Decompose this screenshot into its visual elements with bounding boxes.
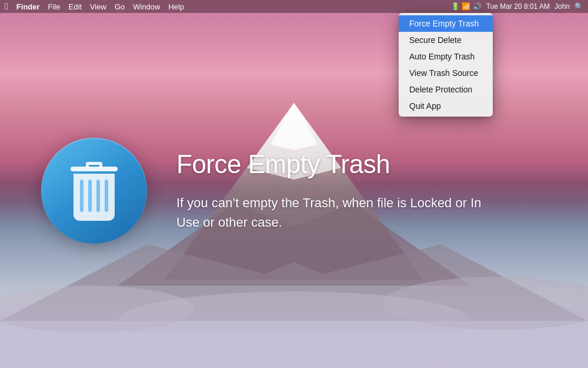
go-menu[interactable]: Go [115, 2, 125, 11]
app-text: Force Empty Trash If you can’t empty the… [176, 150, 564, 232]
menubar-left:  Finder File Edit View Go Window Help [5, 1, 184, 12]
app-title: Force Empty Trash [176, 150, 564, 179]
app-icon [41, 138, 147, 244]
window-menu[interactable]: Window [133, 2, 160, 11]
trash-line-3 [96, 180, 100, 212]
dropdown-menu: Force Empty Trash Secure Delete Auto Emp… [399, 13, 493, 117]
trash-line-2 [88, 180, 92, 212]
trash-icon [71, 161, 118, 221]
apple-menu[interactable]:  [5, 1, 8, 12]
menu-item-delete-protection[interactable]: Delete Protection [399, 81, 493, 98]
menu-item-auto-empty-trash[interactable]: Auto Empty Trash [399, 48, 493, 65]
trash-body [74, 174, 115, 221]
view-menu[interactable]: View [90, 2, 106, 11]
user-display[interactable]: John [554, 2, 570, 11]
help-menu[interactable]: Help [168, 2, 184, 11]
search-icon[interactable]: 🔍 [574, 2, 583, 11]
menu-item-force-empty-trash[interactable]: Force Empty Trash [399, 15, 493, 32]
app-icon-wrapper [41, 138, 147, 244]
menu-item-quit-app[interactable]: Quit App [399, 98, 493, 114]
trash-handle [86, 162, 102, 168]
app-description: If you can’t empty the Trash, when file … [176, 193, 506, 232]
menu-item-secure-delete[interactable]: Secure Delete [399, 32, 493, 48]
system-icons: 🔋 📶 🔊 [451, 2, 482, 11]
trash-line-1 [80, 180, 83, 212]
menubar:  Finder File Edit View Go Window Help 🔋… [0, 0, 588, 13]
edit-menu[interactable]: Edit [69, 2, 82, 11]
finder-menu[interactable]: Finder [16, 2, 40, 11]
menu-item-view-trash-source[interactable]: View Trash Source [399, 65, 493, 81]
main-content: Force Empty Trash If you can’t empty the… [0, 13, 588, 368]
menubar-right: 🔋 📶 🔊 Tue Mar 20 8:01 AM John 🔍 [451, 2, 583, 11]
trash-line-4 [105, 180, 108, 212]
datetime-display: Tue Mar 20 8:01 AM [486, 2, 550, 11]
file-menu[interactable]: File [48, 2, 61, 11]
